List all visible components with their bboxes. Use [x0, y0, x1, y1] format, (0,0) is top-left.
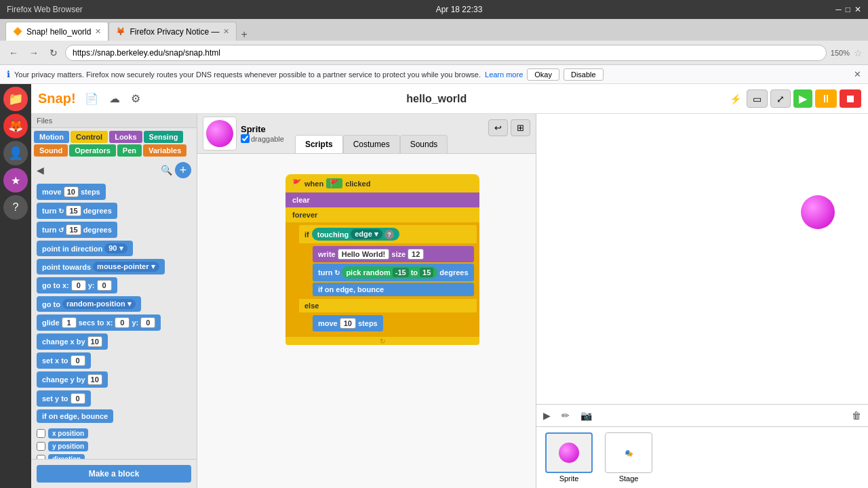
- camera-control-button[interactable]: 📷: [576, 407, 596, 424]
- sidebar-help-icon[interactable]: ?: [3, 195, 28, 220]
- script-canvas[interactable]: 🚩 when 🚩 clicked clear forever: [197, 154, 536, 488]
- sidebar-star-icon[interactable]: ★: [3, 168, 28, 192]
- turn-right-input[interactable]: 15: [66, 205, 81, 216]
- forever-block-header[interactable]: forever: [285, 207, 479, 222]
- block-set-y-label[interactable]: set y to 0: [37, 390, 91, 407]
- back-button[interactable]: ←: [5, 46, 22, 60]
- write-text-input[interactable]: Hello World!: [338, 249, 390, 260]
- block-go-to-xy-label[interactable]: go to x: 0 y: 0: [37, 277, 117, 293]
- pen-control-button[interactable]: ✏: [557, 407, 574, 424]
- run-button[interactable]: ▶: [793, 89, 812, 108]
- block-bounce-label[interactable]: if on edge, bounce: [37, 409, 113, 423]
- else-move-block[interactable]: move 10 steps: [313, 315, 383, 331]
- block-set-y[interactable]: set y to 0: [37, 390, 191, 407]
- set-y-input[interactable]: 0: [71, 393, 85, 404]
- category-pen[interactable]: Pen: [117, 144, 142, 157]
- glide-y-input[interactable]: 0: [140, 317, 155, 328]
- else-block[interactable]: else: [299, 299, 477, 312]
- go-to-dropdown[interactable]: random-position ▾: [62, 299, 136, 309]
- move-steps-input[interactable]: 10: [64, 186, 79, 197]
- palette-back-arrow[interactable]: ◀: [37, 165, 44, 176]
- block-move[interactable]: move 10 steps: [37, 184, 191, 200]
- draggable-checkbox[interactable]: [241, 134, 250, 143]
- close-tab-snap[interactable]: ✕: [95, 27, 101, 36]
- towards-dropdown[interactable]: mouse-pointer ▾: [93, 262, 159, 272]
- if-header[interactable]: if touching edge ▾ ?: [299, 225, 477, 243]
- stop-button[interactable]: ⏹: [840, 89, 861, 108]
- make-block-button[interactable]: Make a block: [37, 465, 191, 483]
- reload-button[interactable]: ↻: [46, 46, 61, 60]
- block-change-y[interactable]: change y by 10: [37, 371, 191, 388]
- settings-button[interactable]: ⚙: [127, 91, 144, 106]
- category-looks[interactable]: Looks: [109, 131, 142, 143]
- change-y-input[interactable]: 10: [87, 374, 102, 385]
- block-glide-label[interactable]: glide 1 secs to x: 0 y: 0: [37, 314, 161, 331]
- sidebar-fox-icon[interactable]: 🦊: [3, 114, 28, 138]
- url-bar[interactable]: [65, 45, 827, 61]
- category-control[interactable]: Control: [71, 131, 108, 143]
- sounds-tab[interactable]: Sounds: [400, 135, 448, 153]
- block-change-x-label[interactable]: change x by 10: [37, 333, 108, 350]
- glide-secs-input[interactable]: 1: [62, 317, 77, 328]
- cloud-button[interactable]: ☁: [106, 91, 123, 106]
- minimize-icon[interactable]: ─: [835, 5, 842, 14]
- close-icon[interactable]: ✕: [854, 5, 861, 14]
- pause-button[interactable]: ⏸: [815, 89, 837, 108]
- go-x-input[interactable]: 0: [71, 280, 86, 291]
- help-icon[interactable]: ?: [384, 230, 394, 239]
- clear-block[interactable]: clear: [285, 192, 479, 207]
- stage-small-button[interactable]: ▭: [747, 89, 768, 108]
- write-size-input[interactable]: 12: [408, 249, 424, 260]
- edge-dropdown[interactable]: edge ▾: [351, 229, 382, 239]
- costumes-tab[interactable]: Costumes: [343, 135, 400, 153]
- script-area[interactable]: Sprite draggable Scripts Costumes Sounds: [197, 114, 536, 488]
- set-x-input[interactable]: 0: [71, 355, 85, 366]
- tab-snap[interactable]: 🔶 Snap! hello_world ✕: [5, 22, 108, 41]
- glide-x-input[interactable]: 0: [115, 317, 130, 328]
- touching-condition[interactable]: touching edge ▾ ?: [312, 228, 399, 241]
- close-tab-privacy[interactable]: ✕: [223, 27, 229, 36]
- privacy-okay-button[interactable]: Okay: [527, 68, 559, 81]
- block-point-towards[interactable]: point towards mouse-pointer ▾: [37, 259, 191, 274]
- palette-search-icon[interactable]: 🔍: [161, 165, 172, 176]
- random-max-input[interactable]: 15: [420, 268, 433, 277]
- tab-firefox-privacy[interactable]: 🦊 Firefox Privacy Notice — ✕: [108, 22, 237, 41]
- privacy-disable-button[interactable]: Disable: [564, 68, 604, 81]
- block-set-x-label[interactable]: set x to 0: [37, 352, 91, 369]
- sprite-thumb-stage[interactable]: 🎭 Stage: [601, 432, 656, 483]
- sprite-thumb-sprite[interactable]: Sprite: [542, 432, 596, 483]
- when-clicked-block[interactable]: 🚩 when 🚩 clicked: [285, 174, 479, 192]
- bookmark-icon[interactable]: ☆: [854, 47, 863, 58]
- x-position-checkbox[interactable]: [37, 429, 45, 438]
- direction-dropdown[interactable]: 90 ▾: [104, 243, 127, 253]
- pick-random-block[interactable]: pick random -15 to 15: [342, 266, 437, 279]
- checkbox-y-position[interactable]: y position: [37, 441, 191, 451]
- category-operators[interactable]: Operators: [69, 144, 116, 157]
- stage-full-button[interactable]: ⤢: [770, 89, 791, 108]
- turn-left-input[interactable]: 15: [66, 224, 81, 235]
- block-go-to-label[interactable]: go to random-position ▾: [37, 296, 141, 312]
- turn-random-block[interactable]: turn ↻ pick random -15 to 15: [313, 264, 474, 281]
- new-file-button[interactable]: 📄: [81, 91, 102, 106]
- palette-add-button[interactable]: +: [175, 162, 191, 178]
- bounce-block[interactable]: if on edge, bounce: [313, 283, 474, 296]
- grid-button[interactable]: ⊞: [511, 119, 530, 136]
- category-sound[interactable]: Sound: [34, 144, 68, 157]
- write-block[interactable]: write Hello World! size 12: [313, 246, 474, 262]
- new-tab-button[interactable]: +: [237, 28, 251, 41]
- go-y-input[interactable]: 0: [97, 280, 112, 291]
- scripts-tab[interactable]: Scripts: [295, 135, 343, 153]
- block-turn-right[interactable]: turn ↻ 15 degrees: [37, 203, 191, 219]
- undo-button[interactable]: ↩: [488, 119, 508, 136]
- block-turn-left-label[interactable]: turn ↺ 15 degrees: [37, 222, 117, 238]
- block-point-direction[interactable]: point in direction 90 ▾: [37, 241, 191, 256]
- else-move-input[interactable]: 10: [340, 318, 356, 329]
- category-motion[interactable]: Motion: [34, 131, 69, 143]
- block-bounce[interactable]: if on edge, bounce: [37, 409, 191, 423]
- change-x-input[interactable]: 10: [87, 336, 102, 347]
- checkbox-x-position[interactable]: x position: [37, 428, 191, 439]
- category-sensing[interactable]: Sensing: [144, 131, 184, 143]
- block-go-to-xy[interactable]: go to x: 0 y: 0: [37, 277, 191, 293]
- delete-control-button[interactable]: 🗑: [848, 407, 865, 424]
- block-set-x[interactable]: set x to 0: [37, 352, 191, 369]
